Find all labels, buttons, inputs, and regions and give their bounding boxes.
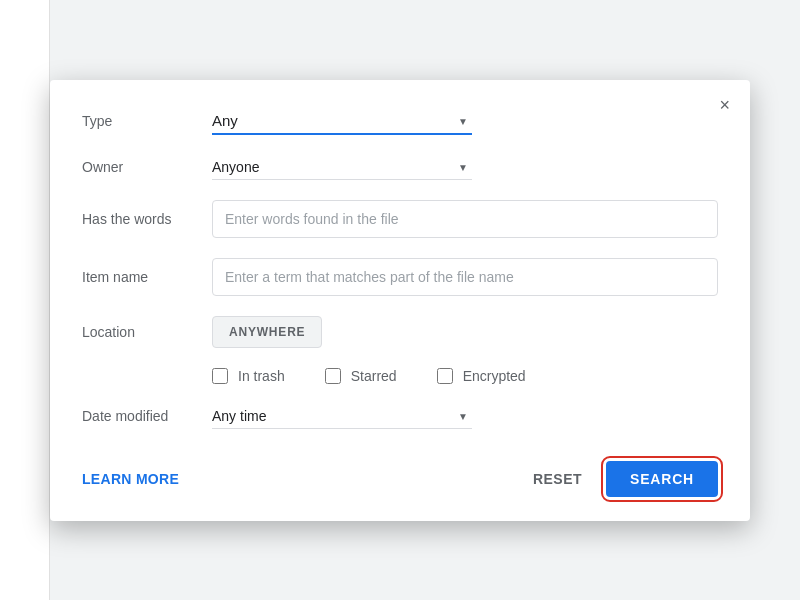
type-select-wrapper: Any Documents Spreadsheets Presentations… xyxy=(212,108,472,135)
date-modified-select-wrapper: Any time Today Last 7 days Last 30 days … xyxy=(212,404,472,429)
date-modified-select[interactable]: Any time Today Last 7 days Last 30 days … xyxy=(212,404,472,429)
date-modified-row: Date modified Any time Today Last 7 days… xyxy=(82,404,718,429)
encrypted-label: Encrypted xyxy=(463,368,526,384)
close-button[interactable]: × xyxy=(715,92,734,118)
starred-checkbox-item[interactable]: Starred xyxy=(325,368,397,384)
item-name-label: Item name xyxy=(82,269,212,285)
background-sidebar xyxy=(0,0,50,600)
in-trash-label: In trash xyxy=(238,368,285,384)
item-name-input[interactable] xyxy=(212,258,718,296)
item-name-control xyxy=(212,258,718,296)
starred-label: Starred xyxy=(351,368,397,384)
type-row: Type Any Documents Spreadsheets Presenta… xyxy=(82,108,718,135)
has-words-input[interactable] xyxy=(212,200,718,238)
encrypted-checkbox-item[interactable]: Encrypted xyxy=(437,368,526,384)
search-button[interactable]: SEARCH xyxy=(606,461,718,497)
location-button[interactable]: ANYWHERE xyxy=(212,316,322,348)
date-modified-label: Date modified xyxy=(82,408,212,424)
item-name-row: Item name xyxy=(82,258,718,296)
encrypted-checkbox[interactable] xyxy=(437,368,453,384)
learn-more-link[interactable]: LEARN MORE xyxy=(82,471,179,487)
location-row: Location ANYWHERE xyxy=(82,316,718,348)
location-label: Location xyxy=(82,324,212,340)
owner-row: Owner Anyone Owned by me Not owned by me… xyxy=(82,155,718,180)
dialog-overlay: × Type Any Documents Spreadsheets Presen… xyxy=(0,0,800,600)
checkboxes-row: In trash Starred Encrypted xyxy=(82,368,718,384)
type-control: Any Documents Spreadsheets Presentations… xyxy=(212,108,718,135)
owner-label: Owner xyxy=(82,159,212,175)
dialog-footer: LEARN MORE RESET SEARCH xyxy=(82,453,718,497)
owner-select-wrapper: Anyone Owned by me Not owned by me Owned… xyxy=(212,155,472,180)
has-words-row: Has the words xyxy=(82,200,718,238)
location-control: ANYWHERE xyxy=(212,316,718,348)
owner-control: Anyone Owned by me Not owned by me Owned… xyxy=(212,155,718,180)
has-words-control xyxy=(212,200,718,238)
in-trash-checkbox[interactable] xyxy=(212,368,228,384)
type-select[interactable]: Any Documents Spreadsheets Presentations… xyxy=(212,108,472,135)
footer-right: RESET SEARCH xyxy=(521,461,718,497)
in-trash-checkbox-item[interactable]: In trash xyxy=(212,368,285,384)
search-dialog: × Type Any Documents Spreadsheets Presen… xyxy=(50,80,750,521)
date-modified-control: Any time Today Last 7 days Last 30 days … xyxy=(212,404,718,429)
starred-checkbox[interactable] xyxy=(325,368,341,384)
has-words-label: Has the words xyxy=(82,211,212,227)
type-label: Type xyxy=(82,113,212,129)
owner-select[interactable]: Anyone Owned by me Not owned by me Owned… xyxy=(212,155,472,180)
reset-button[interactable]: RESET xyxy=(521,463,594,495)
